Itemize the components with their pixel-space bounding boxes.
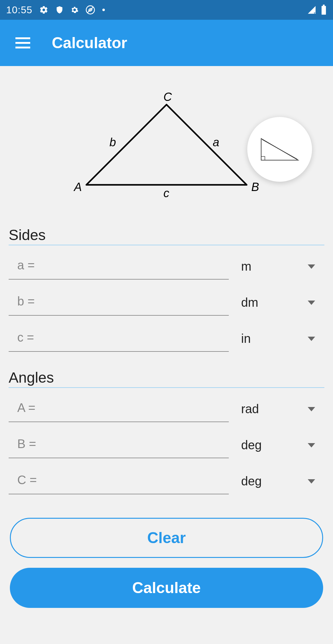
side-a-input[interactable] xyxy=(9,253,229,280)
chevron-down-icon xyxy=(308,337,315,341)
battery-icon xyxy=(321,5,327,15)
side-c-input[interactable] xyxy=(9,326,229,352)
gear-icon xyxy=(39,5,48,15)
side-a-row: m xyxy=(9,248,324,285)
sides-header: Sides xyxy=(9,226,324,245)
svg-text:x: x xyxy=(314,11,316,15)
angle-c-row: deg xyxy=(9,463,324,499)
status-bar: 10:55 x xyxy=(0,0,333,20)
side-a-unit: m xyxy=(241,260,251,273)
gear-small-icon xyxy=(71,6,79,14)
svg-rect-4 xyxy=(322,6,326,15)
triangle-diagram: C A B b a c xyxy=(9,69,324,226)
chevron-down-icon xyxy=(308,301,315,305)
no-sync-icon xyxy=(85,5,95,15)
side-b-input[interactable] xyxy=(9,289,229,316)
angles-header: Angles xyxy=(9,369,324,388)
side-b-row: dm xyxy=(9,285,324,321)
side-b-unit: dm xyxy=(241,296,258,310)
svg-point-2 xyxy=(102,9,105,11)
side-c-unit: in xyxy=(241,332,251,346)
svg-line-1 xyxy=(88,7,93,13)
side-a-unit-select[interactable]: m xyxy=(238,260,324,273)
vertex-c-label: C xyxy=(163,92,172,103)
app-bar: Calculator xyxy=(0,20,333,66)
side-c-label: c xyxy=(163,187,169,200)
angle-a-row: rad xyxy=(9,391,324,427)
angle-b-unit-select[interactable]: deg xyxy=(238,438,324,452)
side-a-label: a xyxy=(213,136,219,149)
side-b-label: b xyxy=(109,136,116,149)
clear-button[interactable]: Clear xyxy=(10,518,323,558)
angle-b-unit: deg xyxy=(241,438,262,452)
angle-a-input[interactable] xyxy=(9,396,229,422)
right-triangle-thumb[interactable] xyxy=(247,117,312,182)
chevron-down-icon xyxy=(308,479,315,484)
vertex-a-label: A xyxy=(73,181,82,193)
page-title: Calculator xyxy=(52,34,127,52)
chevron-down-icon xyxy=(308,407,315,411)
side-c-row: in xyxy=(9,321,324,357)
chevron-down-icon xyxy=(308,264,315,269)
dot-icon xyxy=(102,8,105,11)
angle-b-input[interactable] xyxy=(9,432,229,458)
angle-c-unit: deg xyxy=(241,474,262,488)
menu-icon[interactable] xyxy=(15,37,30,48)
svg-rect-5 xyxy=(323,5,325,6)
angle-a-unit: rad xyxy=(241,402,259,416)
signal-icon: x xyxy=(306,5,317,15)
angle-a-unit-select[interactable]: rad xyxy=(238,402,324,416)
svg-line-8 xyxy=(262,139,297,159)
shield-icon xyxy=(55,5,64,15)
calculate-button[interactable]: Calculate xyxy=(10,568,323,608)
angle-c-unit-select[interactable]: deg xyxy=(238,474,324,488)
side-c-unit-select[interactable]: in xyxy=(238,332,324,346)
angle-b-row: deg xyxy=(9,427,324,463)
chevron-down-icon xyxy=(308,443,315,447)
status-time: 10:55 xyxy=(6,4,32,16)
side-b-unit-select[interactable]: dm xyxy=(238,296,324,310)
svg-rect-9 xyxy=(261,156,265,160)
vertex-b-label: B xyxy=(251,181,259,193)
angle-c-input[interactable] xyxy=(9,468,229,494)
